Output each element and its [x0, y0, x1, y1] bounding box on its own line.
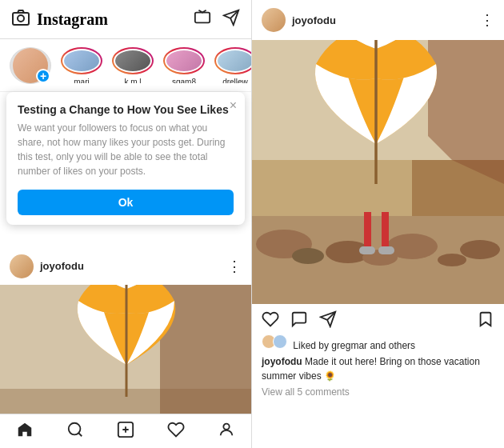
header-left: Instagram: [11, 8, 108, 30]
share-button[interactable]: [319, 310, 337, 331]
right-post-image: [252, 40, 504, 304]
story-name-sgam8: sgam8: [172, 78, 196, 83]
left-bottom-nav: [0, 414, 251, 448]
story-item-mari[interactable]: mari: [61, 47, 102, 83]
like-button[interactable]: [262, 310, 279, 331]
popup-title: Testing a Change to How You See Likes: [18, 103, 234, 116]
left-post-more-icon[interactable]: ⋮: [227, 258, 242, 275]
save-button[interactable]: [477, 310, 494, 331]
your-story-avatar: +: [10, 47, 51, 84]
svg-rect-38: [378, 246, 394, 254]
app-title: Instagram: [37, 10, 108, 29]
search-icon[interactable]: [66, 421, 84, 442]
popup-ok-button[interactable]: Ok: [18, 190, 234, 215]
stories-row: + Your Story mari k.m.l sgam8: [0, 39, 251, 92]
left-panel: Instagram + Your Sto: [0, 0, 252, 448]
left-post-avatar: [10, 254, 34, 278]
header: Instagram: [0, 0, 251, 39]
home-icon[interactable]: [16, 421, 34, 442]
story-item-sgam8[interactable]: sgam8: [163, 47, 205, 83]
liked-by: Liked by gregmar and others: [252, 334, 504, 354]
popup-body: We want your followers to focus on what …: [18, 121, 234, 178]
story-item-kml[interactable]: k.m.l: [112, 47, 154, 83]
story-ring-sgam8: [163, 47, 205, 74]
svg-point-20: [223, 424, 229, 430]
left-post-username: joyofodu: [40, 260, 84, 272]
view-comments-link[interactable]: View all 5 comments: [252, 386, 504, 401]
story-item-your-story[interactable]: + Your Story: [10, 47, 51, 83]
right-post-more-icon[interactable]: ⋮: [480, 11, 494, 29]
svg-point-1: [18, 15, 24, 22]
tv-icon[interactable]: [194, 9, 211, 30]
comment-button[interactable]: [290, 310, 308, 331]
story-item-drellew[interactable]: drellew: [214, 47, 251, 83]
story-ring-kml: [112, 47, 154, 74]
story-name-mari: mari: [74, 78, 89, 83]
add-story-icon: +: [36, 69, 50, 83]
header-icons: [194, 9, 240, 30]
svg-point-28: [292, 248, 324, 264]
right-post-username: joyofodu: [292, 14, 336, 26]
story-name-kml: k.m.l: [124, 78, 141, 83]
profile-icon[interactable]: [218, 421, 235, 442]
camera-icon[interactable]: [11, 8, 30, 30]
story-name-drellew: drellew: [222, 78, 248, 83]
right-panel: joyofodu ⋮: [252, 0, 504, 448]
right-post-header: joyofodu ⋮: [252, 0, 504, 40]
svg-point-30: [438, 254, 466, 266]
likes-notification-popup: × Testing a Change to How You See Likes …: [6, 92, 245, 225]
svg-point-18: [69, 423, 81, 435]
post-actions-left: [262, 310, 337, 331]
svg-rect-36: [382, 212, 389, 252]
right-post-user[interactable]: joyofodu: [262, 8, 336, 32]
svg-rect-2: [195, 13, 210, 23]
liked-by-text: Liked by gregmar and others: [293, 340, 415, 351]
left-post-user[interactable]: joyofodu: [10, 254, 84, 278]
left-post-image: [0, 285, 251, 414]
svg-rect-37: [359, 246, 375, 254]
svg-point-27: [460, 240, 500, 259]
right-post-avatar: [262, 8, 286, 32]
caption-username[interactable]: joyofodu: [262, 356, 302, 367]
story-ring-drellew: [214, 47, 251, 74]
send-icon[interactable]: [222, 9, 240, 30]
add-post-icon[interactable]: [117, 421, 134, 442]
post-actions: [252, 304, 504, 334]
left-post-header: joyofodu ⋮: [0, 248, 251, 285]
caption: joyofodu Made it out here! Bring on thos…: [252, 354, 504, 386]
popup-close-button[interactable]: ×: [230, 98, 237, 113]
story-ring-mari: [61, 47, 102, 74]
svg-rect-35: [364, 212, 371, 252]
heart-icon[interactable]: [167, 421, 185, 442]
